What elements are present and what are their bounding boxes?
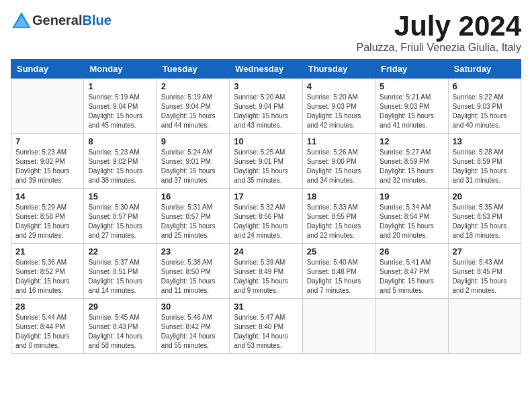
- day-info: Sunrise: 5:34 AM Sunset: 8:54 PM Dayligh…: [380, 203, 443, 240]
- calendar-cell: [448, 299, 521, 354]
- calendar-cell: 15Sunrise: 5:30 AM Sunset: 8:57 PM Dayli…: [84, 189, 157, 244]
- day-number: 4: [307, 81, 371, 91]
- logo-blue: Blue: [82, 13, 111, 28]
- page-header: GeneralBlue July 2024 Paluzza, Friuli Ve…: [11, 11, 521, 54]
- day-info: Sunrise: 5:27 AM Sunset: 8:59 PM Dayligh…: [380, 148, 443, 185]
- calendar-cell: 11Sunrise: 5:26 AM Sunset: 9:00 PM Dayli…: [302, 134, 375, 189]
- day-number: 19: [380, 191, 443, 201]
- day-info: Sunrise: 5:32 AM Sunset: 8:56 PM Dayligh…: [234, 203, 298, 240]
- weekday-header: Saturday: [448, 60, 521, 79]
- day-number: 21: [15, 246, 79, 257]
- calendar-week-row: 21Sunrise: 5:36 AM Sunset: 8:52 PM Dayli…: [11, 244, 521, 299]
- logo-general: General: [32, 13, 82, 28]
- day-number: 11: [307, 136, 371, 146]
- day-info: Sunrise: 5:41 AM Sunset: 8:47 PM Dayligh…: [380, 258, 443, 295]
- calendar-cell: 24Sunrise: 5:39 AM Sunset: 8:49 PM Dayli…: [230, 244, 302, 299]
- calendar-week-row: 1Sunrise: 5:19 AM Sunset: 9:04 PM Daylig…: [11, 79, 521, 134]
- day-number: 14: [15, 191, 79, 201]
- day-info: Sunrise: 5:22 AM Sunset: 9:03 PM Dayligh…: [453, 93, 517, 130]
- calendar-cell: 7Sunrise: 5:23 AM Sunset: 9:02 PM Daylig…: [11, 134, 84, 189]
- day-info: Sunrise: 5:29 AM Sunset: 8:58 PM Dayligh…: [15, 203, 79, 240]
- calendar-cell: 18Sunrise: 5:33 AM Sunset: 8:55 PM Dayli…: [302, 189, 375, 244]
- day-number: 17: [234, 191, 298, 201]
- calendar-table: SundayMondayTuesdayWednesdayThursdayFrid…: [11, 59, 521, 354]
- month-title: July 2024: [357, 11, 521, 42]
- weekday-header: Tuesday: [157, 60, 229, 79]
- day-info: Sunrise: 5:31 AM Sunset: 8:57 PM Dayligh…: [161, 203, 225, 240]
- day-number: 3: [234, 81, 298, 91]
- weekday-header: Thursday: [302, 60, 375, 79]
- day-info: Sunrise: 5:33 AM Sunset: 8:55 PM Dayligh…: [307, 203, 371, 240]
- day-info: Sunrise: 5:45 AM Sunset: 8:43 PM Dayligh…: [88, 313, 152, 351]
- calendar-cell: 20Sunrise: 5:35 AM Sunset: 8:53 PM Dayli…: [448, 189, 521, 244]
- weekday-header: Friday: [375, 60, 448, 79]
- day-number: 27: [453, 246, 517, 257]
- calendar-week-row: 28Sunrise: 5:44 AM Sunset: 8:44 PM Dayli…: [11, 299, 521, 354]
- calendar-cell: 16Sunrise: 5:31 AM Sunset: 8:57 PM Dayli…: [157, 189, 229, 244]
- day-info: Sunrise: 5:35 AM Sunset: 8:53 PM Dayligh…: [453, 203, 517, 240]
- day-number: 31: [234, 302, 298, 312]
- location-title: Paluzza, Friuli Venezia Giulia, Italy: [357, 42, 521, 54]
- calendar-cell: 31Sunrise: 5:47 AM Sunset: 8:40 PM Dayli…: [230, 299, 302, 354]
- day-number: 25: [307, 246, 371, 257]
- day-info: Sunrise: 5:24 AM Sunset: 9:01 PM Dayligh…: [161, 148, 225, 185]
- day-number: 5: [380, 81, 443, 91]
- calendar-cell: 29Sunrise: 5:45 AM Sunset: 8:43 PM Dayli…: [84, 299, 157, 354]
- day-number: 16: [161, 191, 225, 201]
- day-number: 22: [88, 246, 152, 257]
- day-number: 2: [161, 81, 225, 91]
- calendar-cell: 13Sunrise: 5:28 AM Sunset: 8:59 PM Dayli…: [448, 134, 521, 189]
- day-info: Sunrise: 5:44 AM Sunset: 8:44 PM Dayligh…: [15, 313, 79, 351]
- day-number: 9: [161, 136, 225, 146]
- day-number: 12: [380, 136, 443, 146]
- calendar-cell: 25Sunrise: 5:40 AM Sunset: 8:48 PM Dayli…: [302, 244, 375, 299]
- day-info: Sunrise: 5:47 AM Sunset: 8:40 PM Dayligh…: [234, 313, 298, 351]
- calendar-week-row: 14Sunrise: 5:29 AM Sunset: 8:58 PM Dayli…: [11, 189, 521, 244]
- calendar-cell: 14Sunrise: 5:29 AM Sunset: 8:58 PM Dayli…: [11, 189, 84, 244]
- calendar-cell: 4Sunrise: 5:20 AM Sunset: 9:03 PM Daylig…: [302, 79, 375, 134]
- calendar-cell: 26Sunrise: 5:41 AM Sunset: 8:47 PM Dayli…: [375, 244, 448, 299]
- day-number: 20: [453, 191, 517, 201]
- day-info: Sunrise: 5:20 AM Sunset: 9:04 PM Dayligh…: [234, 93, 298, 130]
- day-number: 15: [88, 191, 152, 201]
- calendar-cell: 23Sunrise: 5:38 AM Sunset: 8:50 PM Dayli…: [157, 244, 229, 299]
- weekday-header: Sunday: [11, 60, 84, 79]
- day-info: Sunrise: 5:37 AM Sunset: 8:51 PM Dayligh…: [88, 258, 152, 295]
- weekday-header: Monday: [84, 60, 157, 79]
- day-number: 28: [15, 302, 79, 312]
- calendar-cell: 3Sunrise: 5:20 AM Sunset: 9:04 PM Daylig…: [230, 79, 302, 134]
- calendar-cell: 30Sunrise: 5:46 AM Sunset: 8:42 PM Dayli…: [157, 299, 229, 354]
- calendar-cell: 9Sunrise: 5:24 AM Sunset: 9:01 PM Daylig…: [157, 134, 229, 189]
- day-number: 13: [453, 136, 517, 146]
- calendar-cell: 17Sunrise: 5:32 AM Sunset: 8:56 PM Dayli…: [230, 189, 302, 244]
- calendar-cell: 1Sunrise: 5:19 AM Sunset: 9:04 PM Daylig…: [84, 79, 157, 134]
- day-info: Sunrise: 5:19 AM Sunset: 9:04 PM Dayligh…: [88, 93, 152, 130]
- day-info: Sunrise: 5:39 AM Sunset: 8:49 PM Dayligh…: [234, 258, 298, 295]
- day-info: Sunrise: 5:30 AM Sunset: 8:57 PM Dayligh…: [88, 203, 152, 240]
- calendar-cell: 28Sunrise: 5:44 AM Sunset: 8:44 PM Dayli…: [11, 299, 84, 354]
- day-info: Sunrise: 5:43 AM Sunset: 8:45 PM Dayligh…: [453, 258, 517, 295]
- calendar-cell: 27Sunrise: 5:43 AM Sunset: 8:45 PM Dayli…: [448, 244, 521, 299]
- day-info: Sunrise: 5:21 AM Sunset: 9:03 PM Dayligh…: [380, 93, 443, 130]
- calendar-cell: 8Sunrise: 5:23 AM Sunset: 9:02 PM Daylig…: [84, 134, 157, 189]
- day-number: 1: [88, 81, 152, 91]
- day-info: Sunrise: 5:25 AM Sunset: 9:01 PM Dayligh…: [234, 148, 298, 185]
- day-number: 29: [88, 302, 152, 312]
- day-info: Sunrise: 5:26 AM Sunset: 9:00 PM Dayligh…: [307, 148, 371, 185]
- calendar-cell: 6Sunrise: 5:22 AM Sunset: 9:03 PM Daylig…: [448, 79, 521, 134]
- day-number: 8: [88, 136, 152, 146]
- day-number: 18: [307, 191, 371, 201]
- logo: GeneralBlue: [11, 11, 112, 30]
- day-number: 24: [234, 246, 298, 257]
- calendar-cell: 2Sunrise: 5:19 AM Sunset: 9:04 PM Daylig…: [157, 79, 229, 134]
- day-info: Sunrise: 5:19 AM Sunset: 9:04 PM Dayligh…: [161, 93, 225, 130]
- day-info: Sunrise: 5:20 AM Sunset: 9:03 PM Dayligh…: [307, 93, 371, 130]
- day-number: 30: [161, 302, 225, 312]
- day-info: Sunrise: 5:46 AM Sunset: 8:42 PM Dayligh…: [161, 313, 225, 351]
- calendar-week-row: 7Sunrise: 5:23 AM Sunset: 9:02 PM Daylig…: [11, 134, 521, 189]
- day-info: Sunrise: 5:23 AM Sunset: 9:02 PM Dayligh…: [15, 148, 79, 185]
- day-number: 10: [234, 136, 298, 146]
- logo-icon: [11, 11, 32, 30]
- day-number: 7: [15, 136, 79, 146]
- day-info: Sunrise: 5:38 AM Sunset: 8:50 PM Dayligh…: [161, 258, 225, 295]
